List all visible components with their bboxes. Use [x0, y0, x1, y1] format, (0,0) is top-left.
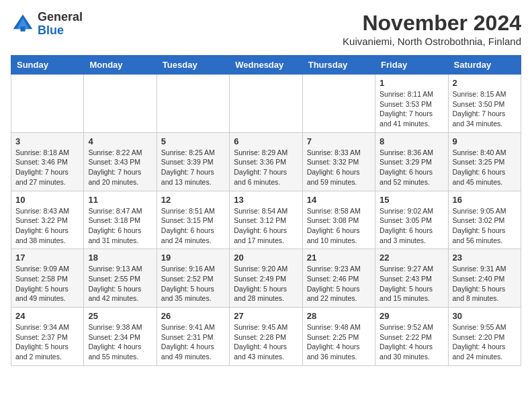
calendar-cell: 27Sunrise: 9:45 AM Sunset: 2:28 PM Dayli…	[230, 308, 302, 366]
day-info: Sunrise: 9:02 AM Sunset: 3:05 PM Dayligh…	[380, 206, 443, 246]
day-info: Sunrise: 8:11 AM Sunset: 3:53 PM Dayligh…	[380, 89, 443, 129]
calendar-cell: 1Sunrise: 8:11 AM Sunset: 3:53 PM Daylig…	[375, 75, 448, 133]
calendar-cell: 10Sunrise: 8:43 AM Sunset: 3:22 PM Dayli…	[11, 191, 84, 249]
calendar-header-sunday: Sunday	[11, 56, 84, 75]
svg-rect-2	[20, 26, 25, 31]
day-number: 17	[15, 253, 79, 263]
subtitle: Kuivaniemi, North Ostrobothnia, Finland	[343, 36, 521, 47]
day-number: 30	[453, 311, 517, 321]
day-number: 6	[234, 136, 298, 146]
calendar-header-friday: Friday	[375, 56, 448, 75]
day-number: 20	[234, 253, 298, 263]
day-number: 8	[380, 136, 443, 146]
day-number: 11	[88, 195, 152, 205]
day-number: 26	[161, 311, 225, 321]
calendar-cell	[11, 75, 84, 133]
day-info: Sunrise: 9:05 AM Sunset: 3:02 PM Dayligh…	[453, 206, 517, 246]
day-number: 19	[161, 253, 225, 263]
calendar-cell: 23Sunrise: 9:31 AM Sunset: 2:40 PM Dayli…	[448, 249, 521, 308]
logo-text: General Blue	[38, 11, 83, 38]
day-number: 2	[453, 78, 517, 88]
calendar-cell: 25Sunrise: 9:38 AM Sunset: 2:34 PM Dayli…	[84, 308, 157, 366]
day-info: Sunrise: 8:40 AM Sunset: 3:25 PM Dayligh…	[453, 148, 517, 187]
day-info: Sunrise: 8:47 AM Sunset: 3:18 PM Dayligh…	[88, 206, 152, 246]
month-title: November 2024	[343, 11, 521, 36]
calendar-cell: 3Sunrise: 8:18 AM Sunset: 3:46 PM Daylig…	[11, 132, 84, 191]
day-info: Sunrise: 9:55 AM Sunset: 2:20 PM Dayligh…	[453, 322, 517, 362]
day-info: Sunrise: 9:16 AM Sunset: 2:52 PM Dayligh…	[161, 264, 225, 304]
calendar-body: 1Sunrise: 8:11 AM Sunset: 3:53 PM Daylig…	[11, 75, 521, 366]
day-number: 29	[380, 311, 443, 321]
calendar-cell: 26Sunrise: 9:41 AM Sunset: 2:31 PM Dayli…	[157, 308, 229, 366]
calendar: SundayMondayTuesdayWednesdayThursdayFrid…	[11, 55, 521, 366]
page-header: General Blue November 2024 Kuivaniemi, N…	[11, 11, 521, 47]
calendar-cell: 16Sunrise: 9:05 AM Sunset: 3:02 PM Dayli…	[448, 191, 521, 249]
calendar-header-monday: Monday	[84, 56, 157, 75]
day-info: Sunrise: 9:34 AM Sunset: 2:37 PM Dayligh…	[15, 322, 79, 362]
day-number: 15	[380, 195, 443, 205]
day-info: Sunrise: 9:13 AM Sunset: 2:55 PM Dayligh…	[88, 264, 152, 304]
day-number: 27	[234, 311, 298, 321]
calendar-header-row: SundayMondayTuesdayWednesdayThursdayFrid…	[11, 56, 521, 75]
logo-icon	[11, 12, 35, 36]
calendar-cell: 29Sunrise: 9:52 AM Sunset: 2:22 PM Dayli…	[375, 308, 448, 366]
calendar-cell	[84, 75, 157, 133]
calendar-cell: 5Sunrise: 8:25 AM Sunset: 3:39 PM Daylig…	[157, 132, 229, 191]
day-info: Sunrise: 8:54 AM Sunset: 3:12 PM Dayligh…	[234, 206, 298, 246]
calendar-header-thursday: Thursday	[302, 56, 375, 75]
calendar-header-saturday: Saturday	[448, 56, 521, 75]
day-info: Sunrise: 9:45 AM Sunset: 2:28 PM Dayligh…	[234, 322, 298, 362]
day-number: 4	[88, 136, 152, 146]
calendar-cell	[230, 75, 302, 133]
calendar-cell: 19Sunrise: 9:16 AM Sunset: 2:52 PM Dayli…	[157, 249, 229, 308]
day-number: 24	[15, 311, 79, 321]
logo: General Blue	[11, 11, 83, 38]
day-number: 5	[161, 136, 225, 146]
calendar-cell: 11Sunrise: 8:47 AM Sunset: 3:18 PM Dayli…	[84, 191, 157, 249]
calendar-cell	[302, 75, 375, 133]
day-number: 16	[453, 195, 517, 205]
calendar-header-tuesday: Tuesday	[157, 56, 229, 75]
calendar-cell: 6Sunrise: 8:29 AM Sunset: 3:36 PM Daylig…	[230, 132, 302, 191]
day-number: 13	[234, 195, 298, 205]
calendar-cell: 18Sunrise: 9:13 AM Sunset: 2:55 PM Dayli…	[84, 249, 157, 308]
day-info: Sunrise: 9:52 AM Sunset: 2:22 PM Dayligh…	[380, 322, 443, 362]
day-number: 22	[380, 253, 443, 263]
day-info: Sunrise: 9:20 AM Sunset: 2:49 PM Dayligh…	[234, 264, 298, 304]
day-info: Sunrise: 9:48 AM Sunset: 2:25 PM Dayligh…	[307, 322, 371, 362]
day-info: Sunrise: 9:38 AM Sunset: 2:34 PM Dayligh…	[88, 322, 152, 362]
calendar-cell: 15Sunrise: 9:02 AM Sunset: 3:05 PM Dayli…	[375, 191, 448, 249]
day-info: Sunrise: 9:23 AM Sunset: 2:46 PM Dayligh…	[307, 264, 371, 304]
day-info: Sunrise: 9:41 AM Sunset: 2:31 PM Dayligh…	[161, 322, 225, 362]
day-info: Sunrise: 8:25 AM Sunset: 3:39 PM Dayligh…	[161, 148, 225, 187]
calendar-week-1: 1Sunrise: 8:11 AM Sunset: 3:53 PM Daylig…	[11, 75, 521, 133]
title-block: November 2024 Kuivaniemi, North Ostrobot…	[343, 11, 521, 47]
calendar-cell: 2Sunrise: 8:15 AM Sunset: 3:50 PM Daylig…	[448, 75, 521, 133]
calendar-week-5: 24Sunrise: 9:34 AM Sunset: 2:37 PM Dayli…	[11, 308, 521, 366]
calendar-cell: 17Sunrise: 9:09 AM Sunset: 2:58 PM Dayli…	[11, 249, 84, 308]
day-info: Sunrise: 8:18 AM Sunset: 3:46 PM Dayligh…	[15, 148, 79, 187]
day-info: Sunrise: 8:51 AM Sunset: 3:15 PM Dayligh…	[161, 206, 225, 246]
day-number: 7	[307, 136, 371, 146]
day-info: Sunrise: 8:22 AM Sunset: 3:43 PM Dayligh…	[88, 148, 152, 187]
day-info: Sunrise: 9:27 AM Sunset: 2:43 PM Dayligh…	[380, 264, 443, 304]
day-number: 23	[453, 253, 517, 263]
calendar-cell: 8Sunrise: 8:36 AM Sunset: 3:29 PM Daylig…	[375, 132, 448, 191]
calendar-cell: 13Sunrise: 8:54 AM Sunset: 3:12 PM Dayli…	[230, 191, 302, 249]
calendar-cell: 21Sunrise: 9:23 AM Sunset: 2:46 PM Dayli…	[302, 249, 375, 308]
day-info: Sunrise: 8:15 AM Sunset: 3:50 PM Dayligh…	[453, 89, 517, 129]
day-info: Sunrise: 8:33 AM Sunset: 3:32 PM Dayligh…	[307, 148, 371, 187]
day-number: 10	[15, 195, 79, 205]
calendar-cell: 12Sunrise: 8:51 AM Sunset: 3:15 PM Dayli…	[157, 191, 229, 249]
day-number: 14	[307, 195, 371, 205]
calendar-cell: 7Sunrise: 8:33 AM Sunset: 3:32 PM Daylig…	[302, 132, 375, 191]
calendar-week-4: 17Sunrise: 9:09 AM Sunset: 2:58 PM Dayli…	[11, 249, 521, 308]
day-number: 12	[161, 195, 225, 205]
day-info: Sunrise: 8:43 AM Sunset: 3:22 PM Dayligh…	[15, 206, 79, 246]
calendar-cell: 22Sunrise: 9:27 AM Sunset: 2:43 PM Dayli…	[375, 249, 448, 308]
day-number: 25	[88, 311, 152, 321]
day-number: 18	[88, 253, 152, 263]
calendar-week-3: 10Sunrise: 8:43 AM Sunset: 3:22 PM Dayli…	[11, 191, 521, 249]
calendar-cell	[157, 75, 229, 133]
day-info: Sunrise: 8:29 AM Sunset: 3:36 PM Dayligh…	[234, 148, 298, 187]
